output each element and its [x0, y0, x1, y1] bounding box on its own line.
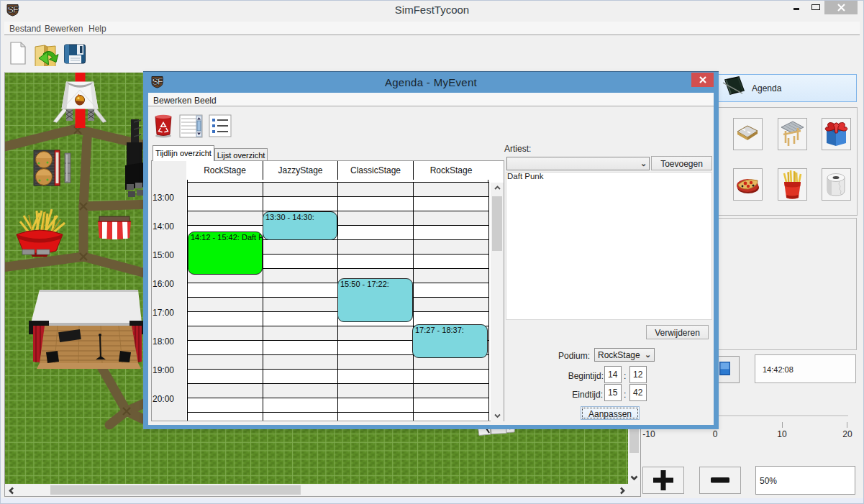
svg-text:SF: SF: [7, 4, 19, 15]
